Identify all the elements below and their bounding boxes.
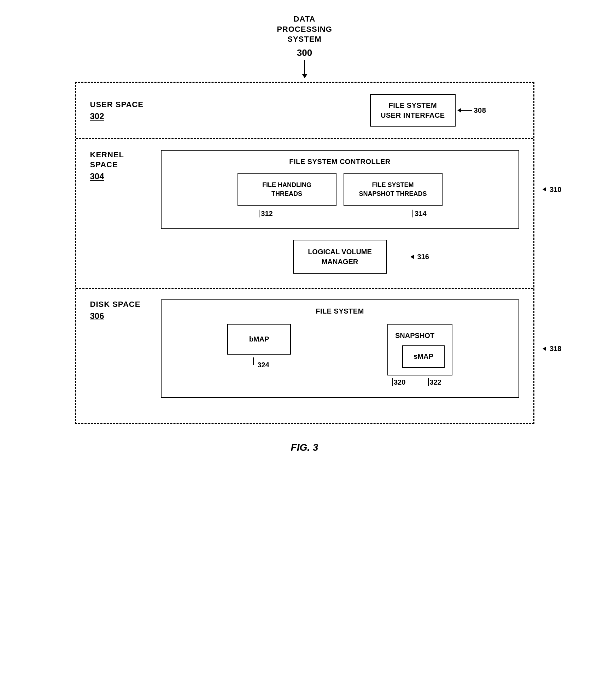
lvm-wrapper: LOGICAL VOLUME MANAGER 316 bbox=[293, 240, 387, 274]
controller-ref: 310 bbox=[543, 185, 561, 193]
kernel-space-number: 304 bbox=[90, 171, 104, 181]
fig-label: FIG. 3 bbox=[291, 442, 318, 453]
kernel-space-label: KERNEL SPACE bbox=[90, 150, 124, 170]
smap-num-group: 322 bbox=[427, 378, 441, 386]
user-space-label: USER SPACE bbox=[90, 100, 144, 110]
dps-title: DATA PROCESSING SYSTEM bbox=[277, 14, 332, 45]
bmap-box: bMAP bbox=[227, 324, 291, 355]
lvm-box: LOGICAL VOLUME MANAGER bbox=[293, 240, 387, 274]
fs-controller-box: FILE SYSTEM CONTROLLER FILE HANDLING THR… bbox=[161, 150, 519, 229]
file-system-box: FILE SYSTEM bMAP 324 bbox=[161, 299, 519, 398]
user-space-label-group: USER SPACE 302 bbox=[90, 100, 147, 121]
kernel-space-label-group: KERNEL SPACE 304 bbox=[90, 150, 147, 181]
disk-space-label: DISK SPACE bbox=[90, 299, 141, 310]
disk-space-section: DISK SPACE 306 FILE SYSTEM bMAP bbox=[76, 289, 533, 423]
diagram-container: DATA PROCESSING SYSTEM 300 USER SPACE 30… bbox=[57, 14, 552, 453]
snapshot-num-group: 320 bbox=[391, 378, 405, 386]
smap-box: sMAP bbox=[402, 345, 445, 368]
main-system-box: USER SPACE 302 FILE SYSTEM USER INTERFAC… bbox=[75, 82, 534, 424]
file-handling-threads-box: FILE HANDLING THREADS bbox=[238, 173, 336, 206]
snapshot-title: SNAPSHOT bbox=[395, 332, 445, 340]
snapshot-outer-box: SNAPSHOT sMAP bbox=[387, 324, 452, 375]
threads-row: FILE HANDLING THREADS FILE SYSTEM SNAPSH… bbox=[172, 173, 508, 206]
disk-space-label-group: DISK SPACE 306 bbox=[90, 299, 147, 321]
fs-snapshot-threads-box: FILE SYSTEM SNAPSHOT THREADS bbox=[344, 173, 443, 206]
fs-ui-ref: 308 bbox=[458, 105, 486, 115]
fs-controller-wrapper: FILE SYSTEM CONTROLLER FILE HANDLING THR… bbox=[161, 150, 519, 229]
file-system-ref: 318 bbox=[543, 345, 561, 353]
bmap-num-group: 324 bbox=[249, 357, 269, 369]
fs-ui-box: FILE SYSTEM USER INTERFACE 308 bbox=[370, 94, 455, 127]
disk-content: FILE SYSTEM bMAP 324 bbox=[161, 299, 519, 398]
kernel-content: FILE SYSTEM CONTROLLER FILE HANDLING THR… bbox=[161, 150, 519, 274]
dps-label-group: DATA PROCESSING SYSTEM 300 bbox=[277, 14, 332, 58]
dps-arrow bbox=[302, 60, 308, 78]
fs-content-row: bMAP 324 SNAPSHOT bbox=[172, 324, 508, 386]
file-system-title: FILE SYSTEM bbox=[172, 307, 508, 315]
kernel-space-section: KERNEL SPACE 304 FILE SYSTEM CONTROLLER … bbox=[76, 139, 533, 289]
user-space-section: USER SPACE 302 FILE SYSTEM USER INTERFAC… bbox=[76, 83, 533, 139]
thread2-num-group: 314 bbox=[407, 210, 426, 218]
thread-numbers-row: 312 314 bbox=[172, 210, 508, 218]
thread1-num-group: 312 bbox=[253, 210, 273, 218]
user-space-number: 302 bbox=[90, 111, 104, 121]
file-system-wrapper: FILE SYSTEM bMAP 324 bbox=[161, 299, 519, 398]
snapshot-nums-row: 320 322 bbox=[387, 378, 441, 386]
disk-space-number: 306 bbox=[90, 311, 104, 321]
fs-controller-title: FILE SYSTEM CONTROLLER bbox=[172, 158, 508, 166]
dps-number: 300 bbox=[277, 47, 332, 58]
snapshot-group: SNAPSHOT sMAP 320 bbox=[387, 324, 452, 386]
bmap-group: bMAP 324 bbox=[227, 324, 291, 369]
lvm-ref: 316 bbox=[410, 253, 429, 261]
